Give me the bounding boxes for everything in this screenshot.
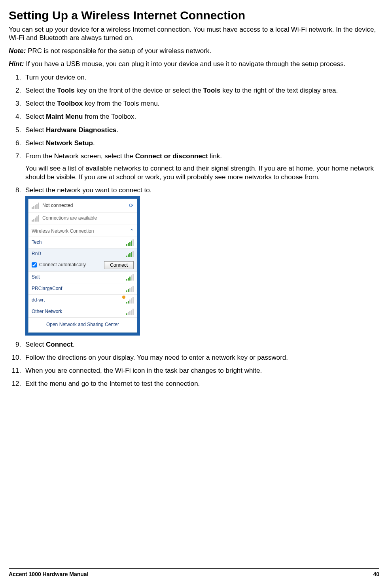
step-7: From the Network screen, select the Conn… xyxy=(23,152,379,181)
page-number: 40 xyxy=(373,571,379,578)
step-6: Select Network Setup. xyxy=(23,139,379,147)
signal-icon xyxy=(126,251,134,257)
note-text: PRC is not responsible for the setup of … xyxy=(26,47,211,55)
connect-auto-row: Connect automatically Connect xyxy=(28,260,137,271)
signal-icon xyxy=(126,297,134,303)
no-connection-icon xyxy=(32,203,39,209)
step-10: Follow the directions on your display. Y… xyxy=(23,353,379,362)
network-item-prclargeconf[interactable]: PRClargeConf xyxy=(28,283,137,294)
footer-title: Accent 1000 Hardware Manual xyxy=(9,571,89,578)
step-12: Exit the menu and go to the Internet to … xyxy=(23,379,379,388)
section-header[interactable]: Wireless Network Connection ⌃ xyxy=(28,224,137,237)
network-item-tech[interactable]: Tech xyxy=(28,237,137,248)
step-8: Select the network you want to connect t… xyxy=(23,186,379,336)
network-item-ddwrt[interactable]: dd-wrt xyxy=(28,294,137,306)
network-item-salt[interactable]: Salt xyxy=(28,271,137,283)
page-title: Setting Up a Wireless Internet Connectio… xyxy=(9,8,379,23)
hint-paragraph: Hint: If you have a USB mouse, you can p… xyxy=(9,60,379,68)
wifi-popup-screenshot: Not connected ⟳ Connections are availabl… xyxy=(25,196,140,336)
network-item-rnd[interactable]: RnD xyxy=(28,248,137,260)
status-row: Not connected ⟳ xyxy=(28,199,137,212)
step-2: Select the Tools key on the front of the… xyxy=(23,86,379,95)
step-list: Turn your device on. Select the Tools ke… xyxy=(9,73,379,388)
network-item-other[interactable]: Other Network xyxy=(28,306,137,317)
warning-icon xyxy=(122,296,125,299)
step-4: Select Maint Menu from the Toolbox. xyxy=(23,112,379,121)
hint-label: Hint: xyxy=(9,60,24,68)
signal-icon xyxy=(126,309,134,315)
step-7-detail: You will see a list of available network… xyxy=(25,164,379,181)
step-1: Turn your device on. xyxy=(23,73,379,82)
connect-auto-checkbox[interactable] xyxy=(32,262,37,267)
chevron-up-icon: ⌃ xyxy=(130,228,134,234)
status-text: Not connected xyxy=(42,203,73,209)
available-row: Connections are available xyxy=(28,212,137,224)
section-label: Wireless Network Connection xyxy=(32,228,130,234)
signal-icon xyxy=(126,239,134,246)
hint-text: If you have a USB mouse, you can plug it… xyxy=(24,60,346,68)
refresh-icon[interactable]: ⟳ xyxy=(129,202,134,209)
open-network-center-link[interactable]: Open Network and Sharing Center xyxy=(28,317,137,332)
note-label: Note: xyxy=(9,47,26,55)
available-text: Connections are available xyxy=(42,215,97,221)
signal-icon xyxy=(126,286,134,292)
step-3: Select the Toolbox key from the Tools me… xyxy=(23,99,379,108)
step-9: Select Connect. xyxy=(23,340,379,349)
signal-icon xyxy=(126,274,134,281)
note-paragraph: Note: PRC is not responsible for the set… xyxy=(9,47,379,55)
page-footer: Accent 1000 Hardware Manual 40 xyxy=(9,568,379,578)
step-11: When you are connected, the Wi-Fi icon i… xyxy=(23,366,379,375)
intro-paragraph: You can set up your device for a wireles… xyxy=(9,25,379,42)
signal-icon xyxy=(32,215,39,222)
connect-button[interactable]: Connect xyxy=(104,261,134,269)
step-5: Select Hardware Diagnostics. xyxy=(23,126,379,134)
connect-auto-label: Connect automatically xyxy=(39,262,86,268)
